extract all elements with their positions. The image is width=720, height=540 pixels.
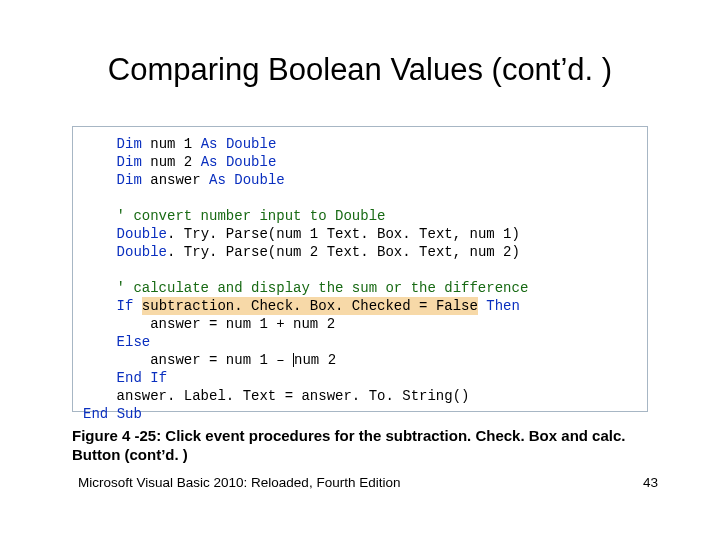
- kw-dim: Dim: [117, 172, 142, 188]
- kw-as: As: [201, 136, 218, 152]
- slide: Comparing Boolean Values (cont’d. ) Dim …: [0, 0, 720, 540]
- kw-if: If: [150, 370, 167, 386]
- label-assign: answer. Label. Text = answer. To. String…: [117, 388, 470, 404]
- kw-dim: Dim: [117, 154, 142, 170]
- comment-convert: ' convert number input to Double: [117, 208, 386, 224]
- slide-title: Comparing Boolean Values (cont’d. ): [0, 52, 720, 88]
- figure-caption: Figure 4 -25: Click event procedures for…: [72, 426, 648, 464]
- kw-as: As: [209, 172, 226, 188]
- kw-double: Double: [226, 154, 276, 170]
- page-number: 43: [643, 475, 658, 490]
- parse-line-2: . Try. Parse(num 2 Text. Box. Text, num …: [167, 244, 520, 260]
- kw-double: Double: [226, 136, 276, 152]
- kw-then: Then: [486, 298, 520, 314]
- kw-else: Else: [117, 334, 151, 350]
- parse-line-1: . Try. Parse(num 1 Text. Box. Text, num …: [167, 226, 520, 242]
- assign-add: answer = num 1 + num 2: [150, 316, 335, 332]
- kw-end: End: [83, 406, 108, 422]
- kw-sub: Sub: [117, 406, 142, 422]
- code-block: Dim num 1 As Double Dim num 2 As Double …: [83, 135, 637, 423]
- kw-as: As: [201, 154, 218, 170]
- footer-book-title: Microsoft Visual Basic 2010: Reloaded, F…: [78, 475, 400, 490]
- code-figure: Dim num 1 As Double Dim num 2 As Double …: [72, 126, 648, 412]
- assign-sub: answer = num 1 –: [150, 352, 293, 368]
- highlighted-condition: subtraction. Check. Box. Checked = False: [142, 297, 478, 315]
- kw-if: If: [117, 298, 134, 314]
- kw-double: Double: [234, 172, 284, 188]
- kw-end: End: [117, 370, 142, 386]
- kw-double: Double: [117, 226, 167, 242]
- kw-dim: Dim: [117, 136, 142, 152]
- comment-calc: ' calculate and display the sum or the d…: [117, 280, 529, 296]
- kw-double: Double: [117, 244, 167, 260]
